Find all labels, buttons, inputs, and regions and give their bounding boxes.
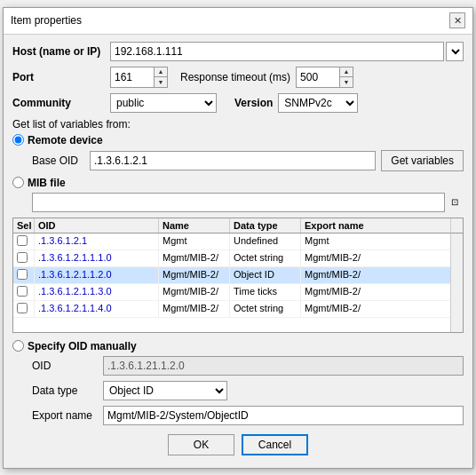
table-body[interactable]: .1.3.6.1.2.1 Mgmt Undefined Mgmt .1.3.6.…: [13, 234, 450, 332]
mib-file-input-wrap: ⊡: [32, 193, 464, 212]
dialog-body: Host (name or IP) Port ▲ ▼ Response time…: [4, 35, 472, 468]
th-export: Export name: [301, 218, 381, 233]
port-input[interactable]: [111, 67, 154, 87]
row-checkbox-4[interactable]: [17, 303, 28, 313]
td-export-1: Mgmt/MIB-2/: [301, 250, 381, 266]
th-type: Data type: [230, 218, 301, 233]
td-export-2: Mgmt/MIB-2/: [301, 267, 381, 283]
base-oid-row: Base OID Get variables: [32, 150, 464, 171]
td-sel-3[interactable]: [13, 284, 35, 300]
dialog-footer: OK Cancel: [12, 434, 464, 459]
timeout-input[interactable]: [297, 67, 339, 87]
td-name-1: Mgmt/MIB-2/: [159, 250, 230, 266]
table-row[interactable]: .1.3.6.1.2.1.1.2.0 Mgmt/MIB-2/ Object ID…: [13, 267, 450, 284]
td-type-1: Octet string: [230, 250, 301, 266]
row-checkbox-1[interactable]: [17, 252, 28, 263]
close-button[interactable]: ✕: [449, 12, 465, 28]
td-sel-1[interactable]: [13, 250, 35, 266]
export-name-label: Export name: [32, 409, 103, 422]
host-label: Host (name or IP): [12, 45, 110, 58]
table-header: Sel OID Name Data type Export name: [13, 218, 450, 234]
table-row[interactable]: .1.3.6.1.2.1.1.3.0 Mgmt/MIB-2/ Time tick…: [13, 284, 450, 301]
remote-device-radio[interactable]: [12, 134, 24, 146]
table-header-row: Sel OID Name Data type Export name: [13, 218, 463, 234]
td-export-4: Mgmt/MIB-2/: [301, 301, 381, 317]
td-name-0: Mgmt: [159, 234, 230, 249]
remote-device-label[interactable]: Remote device: [28, 134, 103, 146]
data-type-select[interactable]: Undefined Octet string Object ID Time ti…: [103, 381, 227, 400]
mib-browse-button[interactable]: ⊡: [444, 193, 464, 212]
cancel-button[interactable]: Cancel: [242, 434, 308, 455]
item-properties-dialog: Item properties ✕ Host (name or IP) Port…: [3, 7, 473, 469]
td-oid-0: .1.3.6.1.2.1: [35, 234, 159, 249]
dialog-title: Item properties: [11, 14, 82, 27]
td-export-0: Mgmt: [301, 234, 381, 249]
version-select[interactable]: SNMPv1 SNMPv2c SNMPv3: [278, 93, 358, 113]
oid-field-input[interactable]: [103, 356, 464, 376]
host-dropdown[interactable]: [446, 42, 464, 61]
port-label: Port: [12, 71, 110, 83]
table-row[interactable]: .1.3.6.1.2.1.1.4.0 Mgmt/MIB-2/ Octet str…: [13, 301, 450, 318]
export-name-input[interactable]: [103, 406, 464, 425]
mib-file-input[interactable]: [32, 193, 464, 212]
td-type-4: Octet string: [230, 301, 301, 317]
data-type-label: Data type: [32, 384, 103, 397]
ok-button[interactable]: OK: [168, 434, 234, 455]
td-oid-2: .1.3.6.1.2.1.1.2.0: [35, 267, 159, 283]
timeout-spinner-btns: ▲ ▼: [339, 67, 353, 87]
port-spin-down[interactable]: ▼: [155, 77, 167, 87]
base-oid-input[interactable]: [90, 151, 376, 170]
get-list-label-row: Get list of variables from:: [12, 118, 464, 131]
port-spinner-btns: ▲ ▼: [154, 67, 167, 87]
row-checkbox-3[interactable]: [17, 286, 28, 297]
port-spin-up[interactable]: ▲: [155, 67, 167, 77]
title-bar: Item properties ✕: [4, 8, 472, 35]
data-type-row: Data type Undefined Octet string Object …: [32, 381, 464, 400]
scrollbar-header: [450, 218, 463, 234]
td-name-4: Mgmt/MIB-2/: [159, 301, 230, 317]
version-label: Version: [234, 97, 273, 109]
td-sel-2[interactable]: [13, 267, 35, 283]
td-oid-1: .1.3.6.1.2.1.1.1.0: [35, 250, 159, 266]
td-type-3: Time ticks: [230, 284, 301, 300]
response-timeout-label: Response timeout (ms): [180, 71, 290, 83]
td-name-3: Mgmt/MIB-2/: [159, 284, 230, 300]
variables-table: Sel OID Name Data type Export name .1.3.…: [12, 218, 464, 333]
community-label: Community: [12, 97, 110, 109]
specify-oid-radio-row: Specify OID manually: [12, 340, 464, 352]
td-name-2: Mgmt/MIB-2/: [159, 267, 230, 283]
host-row: Host (name or IP): [12, 42, 464, 61]
td-type-0: Undefined: [230, 234, 301, 249]
timeout-spinner[interactable]: ▲ ▼: [296, 67, 353, 88]
td-oid-3: .1.3.6.1.2.1.1.3.0: [35, 284, 159, 300]
oid-field-row: OID: [32, 356, 464, 376]
specify-oid-radio[interactable]: [12, 340, 24, 352]
mib-file-radio-row: MIB file: [12, 177, 464, 189]
row-checkbox-2[interactable]: [17, 269, 28, 280]
timeout-spin-down[interactable]: ▼: [340, 77, 353, 87]
timeout-spin-up[interactable]: ▲: [340, 67, 353, 77]
row-checkbox-0[interactable]: [17, 235, 28, 246]
base-oid-label: Base OID: [32, 154, 90, 167]
td-sel-4[interactable]: [13, 301, 35, 317]
mib-file-label[interactable]: MIB file: [28, 177, 66, 189]
port-spinner[interactable]: ▲ ▼: [110, 67, 168, 88]
remote-device-row: Remote device: [12, 134, 464, 146]
td-export-3: Mgmt/MIB-2/: [301, 284, 381, 300]
port-timeout-row: Port ▲ ▼ Response timeout (ms) ▲ ▼: [12, 67, 464, 88]
td-sel-0[interactable]: [13, 234, 35, 249]
specify-oid-label[interactable]: Specify OID manually: [28, 340, 137, 352]
th-name: Name: [159, 218, 230, 233]
community-select[interactable]: public private: [110, 93, 217, 113]
td-oid-4: .1.3.6.1.2.1.1.4.0: [35, 301, 159, 317]
get-variables-button[interactable]: Get variables: [381, 150, 464, 171]
table-scroll-wrap: .1.3.6.1.2.1 Mgmt Undefined Mgmt .1.3.6.…: [13, 234, 463, 332]
th-oid: OID: [35, 218, 159, 233]
specify-oid-section: Specify OID manually OID Data type Undef…: [12, 340, 464, 425]
table-row[interactable]: .1.3.6.1.2.1.1.1.0 Mgmt/MIB-2/ Octet str…: [13, 250, 450, 267]
mib-file-radio[interactable]: [12, 177, 24, 188]
table-row[interactable]: .1.3.6.1.2.1 Mgmt Undefined Mgmt: [13, 234, 450, 250]
get-list-label: Get list of variables from:: [12, 118, 131, 131]
table-scrollbar[interactable]: [450, 234, 463, 332]
host-input[interactable]: [110, 42, 444, 61]
